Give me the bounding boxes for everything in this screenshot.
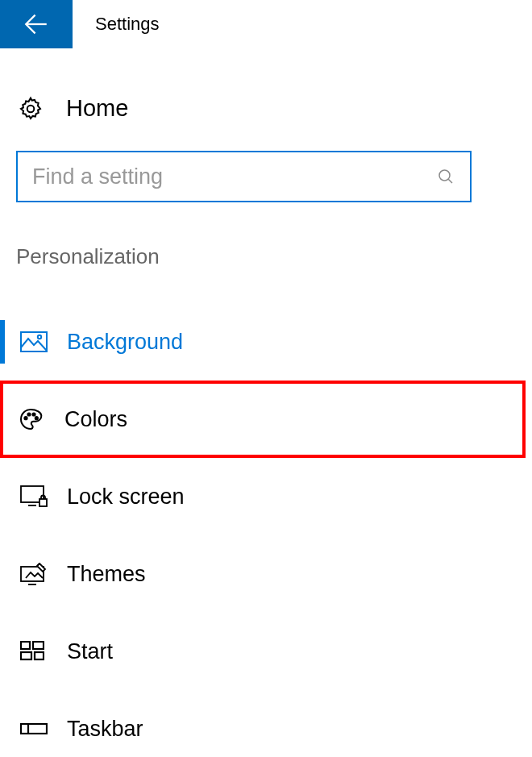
svg-point-9 bbox=[35, 417, 38, 419]
svg-point-8 bbox=[32, 413, 35, 415]
nav-label-taskbar: Taskbar bbox=[67, 717, 143, 742]
title-bar: Settings bbox=[0, 0, 532, 48]
nav-item-colors[interactable]: Colors bbox=[0, 381, 526, 458]
svg-point-7 bbox=[27, 413, 30, 415]
section-header: Personalization bbox=[16, 244, 532, 269]
nav-item-lock-screen[interactable]: Lock screen bbox=[0, 458, 532, 535]
nav-item-start[interactable]: Start bbox=[0, 613, 532, 690]
svg-point-5 bbox=[38, 335, 41, 339]
picture-icon bbox=[20, 331, 48, 352]
svg-line-3 bbox=[448, 179, 452, 183]
svg-point-2 bbox=[439, 170, 450, 181]
nav-label-lock-screen: Lock screen bbox=[67, 485, 185, 510]
svg-rect-16 bbox=[21, 642, 30, 649]
gear-icon bbox=[18, 96, 44, 122]
nav-label-colors: Colors bbox=[64, 407, 127, 432]
lock-screen-icon bbox=[20, 485, 48, 508]
svg-rect-17 bbox=[33, 642, 44, 649]
svg-rect-19 bbox=[35, 652, 44, 659]
home-button[interactable]: Home bbox=[0, 81, 532, 136]
start-tiles-icon bbox=[20, 641, 44, 662]
palette-icon bbox=[18, 406, 44, 432]
taskbar-icon bbox=[20, 723, 48, 734]
nav-item-themes[interactable]: Themes bbox=[0, 535, 532, 613]
svg-rect-18 bbox=[21, 652, 31, 659]
svg-point-1 bbox=[27, 105, 35, 112]
nav-item-taskbar[interactable]: Taskbar bbox=[0, 690, 532, 757]
svg-rect-20 bbox=[21, 724, 47, 734]
nav-label-themes: Themes bbox=[67, 562, 146, 587]
search-box[interactable] bbox=[16, 151, 472, 202]
search-icon bbox=[436, 167, 455, 186]
nav-label-start: Start bbox=[67, 639, 113, 664]
back-button[interactable] bbox=[0, 0, 73, 48]
svg-rect-12 bbox=[39, 499, 47, 506]
arrow-left-icon bbox=[23, 10, 50, 38]
home-label: Home bbox=[66, 95, 128, 122]
nav-item-background[interactable]: Background bbox=[0, 303, 532, 381]
nav-list: Background Colors bbox=[0, 303, 532, 757]
nav-label-background: Background bbox=[67, 330, 183, 355]
svg-point-6 bbox=[24, 417, 27, 419]
search-input[interactable] bbox=[32, 164, 436, 189]
themes-icon bbox=[20, 563, 48, 585]
window-title: Settings bbox=[95, 14, 160, 35]
